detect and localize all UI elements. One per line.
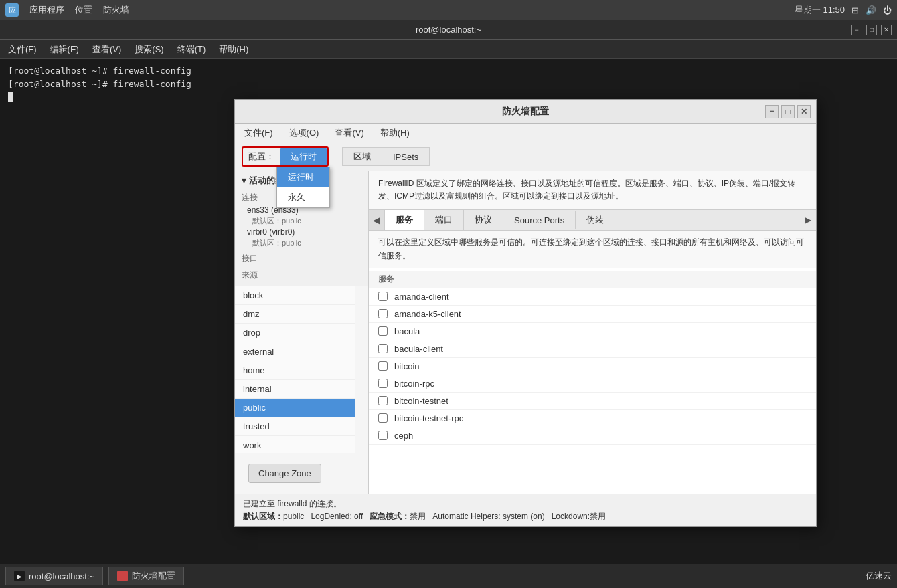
- maximize-btn[interactable]: □: [866, 25, 877, 35]
- logdenied-value: off: [354, 512, 363, 521]
- terminal-menu-terminal[interactable]: 终端(T): [172, 41, 212, 58]
- helpers-label: Automatic Helpers:: [432, 512, 500, 521]
- service-bacula: bacula: [369, 323, 816, 340]
- service-bitcoin-rpc-checkbox[interactable]: [378, 379, 388, 388]
- fw-menu-view[interactable]: 查看(V): [328, 125, 370, 141]
- service-bitcoin-testnet-label: bitcoin-testnet: [394, 396, 448, 406]
- topbar-right: 星期一 11:50 ⊞ 🔊 ⏻: [795, 4, 892, 16]
- fw-menu-file[interactable]: 文件(F): [238, 125, 280, 141]
- power-icon: ⏻: [883, 5, 892, 15]
- change-zone-area: Change Zone: [235, 453, 368, 494]
- fw-menu-options[interactable]: 选项(O): [282, 125, 326, 141]
- fw-close-btn[interactable]: ✕: [797, 105, 811, 118]
- config-option-permanent[interactable]: 永久: [277, 187, 329, 207]
- conn-item-0-zone: 默认区：public: [242, 215, 361, 227]
- taskbar-right: 亿速云: [866, 570, 892, 582]
- default-zone-label: 默认区域：: [243, 512, 283, 521]
- fw-menubar[interactable]: 文件(F) 选项(O) 查看(V) 帮助(H): [235, 124, 816, 142]
- fw-maximize-btn[interactable]: □: [781, 105, 795, 118]
- service-bitcoin-rpc: bitcoin-rpc: [369, 375, 816, 393]
- zone-trusted[interactable]: trusted: [235, 417, 355, 436]
- service-ceph-checkbox[interactable]: [378, 431, 388, 440]
- svc-tab-services[interactable]: 服务: [385, 210, 424, 230]
- taskbar-terminal[interactable]: ▶ root@localhost:~: [5, 567, 103, 585]
- change-zone-button[interactable]: Change Zone: [248, 464, 321, 483]
- config-option-runtime[interactable]: 运行时: [277, 167, 329, 187]
- statusbar-connection: 已建立至 firewalld 的连接。: [243, 498, 808, 510]
- fw-menu-help[interactable]: 帮助(H): [374, 125, 416, 141]
- service-bitcoin-testnet-checkbox[interactable]: [378, 396, 388, 405]
- zone-list-panel: block dmz drop external home internal pu…: [235, 286, 355, 453]
- lockdown-value: 禁用: [590, 512, 606, 521]
- firewall-taskbar-icon: [117, 571, 128, 581]
- volume-icon: 🔊: [866, 5, 876, 15]
- zone-block[interactable]: block: [235, 286, 355, 305]
- terminal-menu-edit[interactable]: 编辑(E): [45, 41, 84, 58]
- zone-external[interactable]: external: [235, 342, 355, 361]
- service-amanda-client: amanda-client: [369, 288, 816, 306]
- datetime: 星期一 11:50: [795, 4, 845, 16]
- svc-tab-protocols[interactable]: 协议: [464, 210, 503, 230]
- terminal-menubar[interactable]: 文件(F) 编辑(E) 查看(V) 搜索(S) 终端(T) 帮助(H): [0, 40, 897, 59]
- lockdown-label: Lockdown:: [552, 512, 590, 521]
- menu-apps[interactable]: 应用程序: [27, 3, 67, 17]
- config-row: 配置： 运行时 运行时 永久 区域 IPSets: [235, 142, 816, 171]
- terminal-title: root@localhost:~: [416, 25, 481, 35]
- svc-tab-ports[interactable]: 端口: [424, 210, 464, 230]
- service-bacula-checkbox[interactable]: [378, 326, 388, 336]
- zone-work[interactable]: work: [235, 436, 355, 453]
- service-bacula-label: bacula: [394, 326, 420, 336]
- svc-tab-source-ports[interactable]: Source Ports: [503, 211, 576, 229]
- config-dropdown-wrapper[interactable]: 配置： 运行时 运行时 永久: [242, 146, 329, 167]
- logdenied-label: LogDenied:: [311, 512, 351, 521]
- service-bitcoin-testnet-rpc-checkbox[interactable]: [378, 413, 388, 423]
- terminal-controls[interactable]: － □ ✕: [851, 25, 892, 35]
- fw-description: FirewallID 区域定义了绑定的网络连接、接口以及源地址的可信程度。区域是…: [369, 171, 816, 210]
- close-btn[interactable]: ✕: [881, 25, 892, 35]
- services-tabs[interactable]: ◀ 服务 端口 协议 Source Ports 伪装 ▶: [369, 210, 816, 231]
- svc-tab-masquerade[interactable]: 伪装: [576, 210, 615, 230]
- conn-item-1-name: virbr0 (virbr0): [242, 227, 361, 237]
- zones-ipsets-tabs[interactable]: 区域 IPSets: [342, 147, 430, 166]
- taskbar-firewall[interactable]: 防火墙配置: [108, 567, 184, 585]
- services-tab-arrow-right[interactable]: ▶: [800, 210, 816, 230]
- terminal-menu-file[interactable]: 文件(F): [3, 41, 42, 58]
- service-bitcoin-checkbox[interactable]: [378, 361, 388, 371]
- fw-right-panel: FirewallID 区域定义了绑定的网络连接、接口以及源地址的可信程度。区域是…: [369, 171, 816, 494]
- minimize-btn[interactable]: －: [851, 25, 862, 35]
- zone-dmz[interactable]: dmz: [235, 305, 355, 324]
- service-amanda-client-label: amanda-client: [394, 292, 449, 302]
- topbar-menu[interactable]: 应用程序 位置 防火墙: [27, 3, 132, 17]
- fw-titlebar-controls[interactable]: － □ ✕: [765, 105, 811, 118]
- fw-minimize-btn[interactable]: －: [765, 105, 779, 118]
- menu-firewall[interactable]: 防火墙: [100, 3, 132, 17]
- taskbar-firewall-label: 防火墙配置: [132, 570, 175, 582]
- zone-home[interactable]: home: [235, 361, 355, 380]
- zone-public[interactable]: public: [235, 399, 355, 417]
- config-select-button[interactable]: 运行时: [280, 148, 327, 165]
- terminal-taskbar-icon: ▶: [14, 571, 25, 581]
- terminal-menu-help[interactable]: 帮助(H): [214, 41, 254, 58]
- tab-ipsets[interactable]: IPSets: [382, 149, 429, 165]
- services-list-area: 服务 amanda-client amanda-k5-client bacula: [369, 268, 816, 494]
- service-bacula-client-checkbox[interactable]: [378, 344, 388, 353]
- taskbar-brand: 亿速云: [866, 570, 892, 582]
- config-label: 配置：: [243, 148, 280, 165]
- services-tab-arrow-left[interactable]: ◀: [369, 210, 385, 230]
- zone-internal[interactable]: internal: [235, 380, 355, 399]
- taskbar: ▶ root@localhost:~ 防火墙配置 亿速云: [0, 564, 897, 588]
- terminal-menu-search[interactable]: 搜索(S): [129, 41, 169, 58]
- panic-label: 应急模式：: [370, 512, 410, 521]
- zone-drop[interactable]: drop: [235, 324, 355, 342]
- interface-label: 接口: [242, 252, 361, 266]
- terminal-menu-view[interactable]: 查看(V): [87, 41, 127, 58]
- service-amanda-k5-client-checkbox[interactable]: [378, 309, 388, 318]
- service-ceph-label: ceph: [394, 431, 413, 441]
- service-amanda-k5-client-label: amanda-k5-client: [394, 309, 461, 319]
- menu-location[interactable]: 位置: [72, 3, 95, 17]
- fw-main-area: ▾ 活动的绑定 连接 ens33 (ens33) 默认区：public virb…: [235, 171, 816, 494]
- service-bacula-client-label: bacula-client: [394, 344, 443, 354]
- service-amanda-client-checkbox[interactable]: [378, 292, 388, 301]
- tab-zones[interactable]: 区域: [343, 148, 382, 165]
- source-label: 来源: [242, 268, 361, 282]
